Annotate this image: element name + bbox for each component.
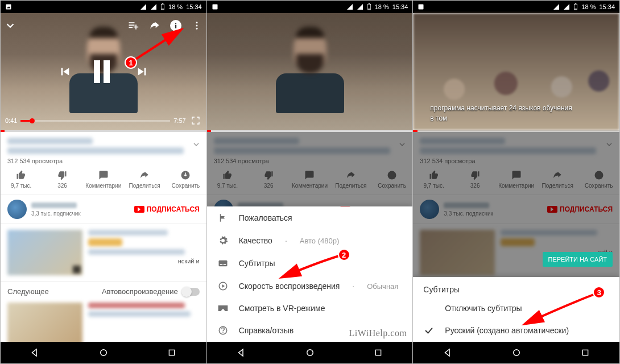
expand-icon[interactable]: [192, 140, 201, 151]
svg-rect-34: [218, 260, 227, 267]
signal-icon: [150, 3, 157, 10]
menu-label: Скорость воспроизведения: [239, 282, 340, 291]
video-player[interactable]: 0:41 7:57 1: [1, 13, 206, 130]
channel-row[interactable]: 3,3 тыс. подписчик ПОДПИСАТЬСЯ: [1, 195, 206, 224]
thumb-up-icon: [1, 170, 42, 180]
svg-point-25: [101, 350, 107, 356]
action-row: 9,7 тыс. 326 Комментарии Поделиться Сохр…: [1, 167, 206, 195]
up-next-row: Следующее Автовоспроизведение: [1, 282, 206, 301]
time-elapsed: 0:41: [5, 117, 17, 124]
home-button[interactable]: [482, 342, 551, 363]
help-icon: [217, 325, 229, 336]
home-button[interactable]: [275, 342, 344, 363]
signal-icon: [563, 3, 570, 10]
prev-icon[interactable]: [59, 65, 71, 78]
fullscreen-icon[interactable]: [189, 114, 202, 127]
home-button[interactable]: [69, 342, 138, 363]
svg-rect-36: [223, 264, 226, 266]
phone-2: 18 % 15:34 312 534 просмотра 9,7 тыс. 32…: [207, 1, 414, 363]
video-player[interactable]: [207, 13, 413, 130]
clock: 15:34: [186, 3, 202, 10]
info-icon[interactable]: [170, 20, 181, 31]
clock: 15:34: [599, 3, 615, 10]
speed-icon: [217, 281, 229, 291]
share-icon[interactable]: [148, 19, 161, 32]
svg-marker-46: [553, 4, 559, 10]
svg-rect-27: [212, 5, 217, 10]
svg-rect-17: [61, 68, 63, 76]
save-button[interactable]: Сохранить: [165, 170, 206, 189]
svg-rect-55: [582, 350, 588, 355]
recents-button[interactable]: [344, 342, 413, 363]
channel-avatar[interactable]: [7, 200, 27, 219]
video-player[interactable]: программа насчитывает 24 языков обучения…: [413, 13, 619, 130]
more-vert-icon[interactable]: [191, 19, 203, 32]
battery-text: 18 %: [168, 3, 183, 10]
step-badge-2: 2: [338, 249, 350, 261]
recommendation-item[interactable]: нский и: [1, 224, 206, 282]
menu-quality[interactable]: Качество·Авто (480p): [207, 229, 413, 252]
menu-label: Субтитры: [239, 259, 275, 268]
pause-button[interactable]: [94, 60, 113, 83]
cardboard-icon: [217, 304, 229, 312]
svg-rect-44: [375, 350, 381, 355]
time-duration: 7:57: [173, 117, 185, 124]
menu-captions[interactable]: Субтитры: [207, 252, 413, 275]
status-bar: 18 % 15:34: [413, 1, 619, 13]
share-button[interactable]: Поделиться: [124, 170, 165, 189]
svg-point-15: [196, 25, 197, 27]
next-icon[interactable]: [136, 65, 148, 78]
video-captions: программа насчитывает 24 языков обучения…: [430, 103, 614, 123]
battery-text: 18 %: [375, 3, 389, 10]
svg-marker-3: [151, 4, 156, 10]
share-icon: [124, 170, 165, 180]
menu-speed[interactable]: Скорость воспроизведения·Обычная: [207, 275, 413, 297]
thumb-down-icon: [42, 170, 82, 180]
back-button[interactable]: [413, 342, 482, 363]
subscribe-label: ПОДПИСАТЬСЯ: [147, 205, 200, 213]
gallery-icon: [212, 3, 218, 10]
svg-marker-42: [238, 349, 243, 356]
dislike-button[interactable]: 326: [42, 170, 82, 189]
subscribe-button[interactable]: ПОДПИСАТЬСЯ: [134, 205, 200, 213]
video-title-area[interactable]: 312 534 просмотра: [1, 132, 206, 167]
reco-text: [88, 303, 200, 342]
menu-vr[interactable]: Смотреть в VR-режиме: [207, 297, 413, 319]
recommendation-item[interactable]: [1, 301, 206, 342]
menu-label: Качество: [239, 236, 272, 245]
visit-site-button[interactable]: ПЕРЕЙТИ НА САЙТ: [543, 252, 613, 267]
captions-russian[interactable]: Русский (создано автоматически): [413, 319, 619, 342]
svg-point-12: [175, 23, 176, 24]
recents-button[interactable]: [138, 342, 206, 363]
share-label: Поделиться: [129, 183, 160, 189]
openext-icon: [73, 266, 81, 274]
collapse-icon[interactable]: [4, 19, 16, 32]
back-button[interactable]: [207, 342, 276, 363]
svg-rect-50: [574, 9, 577, 9]
recents-button[interactable]: [551, 342, 619, 363]
check-icon: [423, 325, 435, 336]
svg-rect-26: [170, 350, 175, 355]
dislike-label: 326: [57, 183, 67, 189]
triptych: 18 % 15:34 0:41 7:: [0, 0, 620, 364]
comments-button[interactable]: Комментарии: [83, 170, 124, 189]
battery-icon: [367, 3, 371, 10]
menu-label: Русский (создано автоматически): [445, 326, 569, 335]
svg-point-33: [388, 171, 396, 180]
subscriber-count: 3,3 тыс. подписчик: [31, 210, 130, 217]
menu-value: Обычная: [367, 282, 398, 291]
svg-rect-32: [368, 9, 370, 9]
video-title-blur: [7, 138, 93, 144]
back-button[interactable]: [1, 342, 69, 363]
progress-bar[interactable]: [20, 120, 170, 122]
clock: 15:34: [392, 3, 408, 10]
autoplay-toggle[interactable]: [183, 288, 200, 296]
menu-report[interactable]: Пожаловаться: [207, 206, 413, 229]
captions-off[interactable]: Отключить субтитры: [413, 297, 619, 319]
svg-rect-8: [129, 24, 134, 26]
youtube-icon: [134, 206, 144, 213]
download-icon: [165, 170, 206, 180]
svg-marker-18: [63, 68, 69, 76]
add-to-playlist-icon[interactable]: [127, 19, 139, 32]
like-button[interactable]: 9,7 тыс.: [1, 170, 42, 189]
